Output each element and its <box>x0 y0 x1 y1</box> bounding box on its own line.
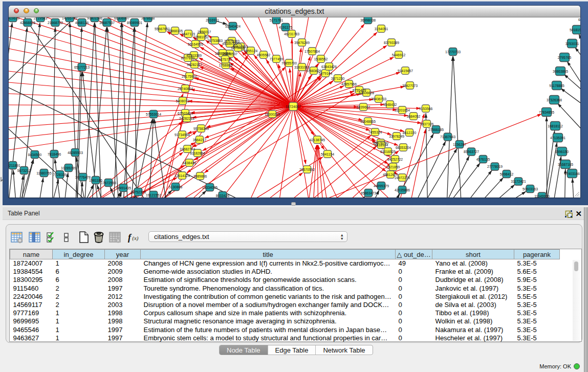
svg-text:90801586: 90801586 <box>87 17 102 20</box>
svg-text:4191175: 4191175 <box>279 26 292 29</box>
svg-text:22981052: 22981052 <box>193 35 209 39</box>
svg-text:70211891: 70211891 <box>9 164 20 167</box>
svg-text:90048665: 90048665 <box>360 120 376 123</box>
svg-text:65177213: 65177213 <box>74 65 90 69</box>
svg-text:27566185: 27566185 <box>428 128 444 132</box>
svg-text:8033426: 8033426 <box>216 194 230 198</box>
svg-text:67503414: 67503414 <box>178 112 193 115</box>
svg-text:3253031: 3253031 <box>565 42 579 46</box>
svg-text:5446912: 5446912 <box>392 53 406 57</box>
svg-text:24282218: 24282218 <box>179 117 194 120</box>
svg-text:37326368: 37326368 <box>547 98 562 102</box>
svg-text:84252722: 84252722 <box>387 158 403 161</box>
svg-text:2556017: 2556017 <box>198 30 211 34</box>
svg-text:39436733: 39436733 <box>371 97 386 101</box>
svg-text:30868105: 30868105 <box>167 29 183 33</box>
svg-text:3684052: 3684052 <box>407 115 421 118</box>
svg-text:4576135: 4576135 <box>476 158 490 161</box>
svg-text:5098412: 5098412 <box>500 172 514 176</box>
svg-text:5171761: 5171761 <box>270 18 284 22</box>
svg-text:18300215: 18300215 <box>265 113 280 116</box>
svg-text:17672593: 17672593 <box>101 181 116 185</box>
svg-text:2795765: 2795765 <box>558 56 572 59</box>
svg-text:7455324: 7455324 <box>368 130 382 134</box>
svg-text:3871230: 3871230 <box>331 77 345 80</box>
svg-text:38427073: 38427073 <box>402 84 418 87</box>
svg-text:8612220: 8612220 <box>403 131 417 135</box>
svg-text:8707870: 8707870 <box>181 56 195 60</box>
svg-text:18883684: 18883684 <box>215 52 230 55</box>
svg-text:5673212: 5673212 <box>17 169 31 172</box>
svg-text:1419610: 1419610 <box>9 17 19 20</box>
svg-text:55540424: 55540424 <box>225 25 241 28</box>
svg-text:31682744: 31682744 <box>180 147 195 151</box>
svg-text:24972279: 24972279 <box>395 176 410 180</box>
svg-text:5408072: 5408072 <box>176 99 190 103</box>
svg-text:6596150: 6596150 <box>555 150 569 154</box>
svg-text:8434500: 8434500 <box>28 153 42 157</box>
svg-text:9937326: 9937326 <box>420 122 434 126</box>
svg-text:89089901: 89089901 <box>127 21 142 25</box>
svg-text:50181935: 50181935 <box>570 28 580 32</box>
svg-text:10289289: 10289289 <box>61 166 76 170</box>
svg-text:66306997: 66306997 <box>114 17 129 20</box>
svg-text:11049999: 11049999 <box>534 194 550 198</box>
svg-text:95758349: 95758349 <box>193 127 209 130</box>
svg-text:56164955: 56164955 <box>188 42 203 46</box>
svg-text:31831063: 31831063 <box>294 65 310 69</box>
svg-text:f: f <box>128 232 132 243</box>
svg-text:83793389: 83793389 <box>384 41 399 45</box>
svg-text:5479144: 5479144 <box>319 72 333 75</box>
svg-text:27778019: 27778019 <box>487 165 503 168</box>
svg-text:(x): (x) <box>132 235 139 242</box>
svg-text:30863865: 30863865 <box>553 70 568 73</box>
svg-text:39476249: 39476249 <box>294 41 310 45</box>
svg-text:91178885: 91178885 <box>549 84 564 87</box>
svg-text:44999379: 44999379 <box>374 184 389 188</box>
svg-text:11980765: 11980765 <box>36 171 52 175</box>
svg-text:47135391: 47135391 <box>550 136 565 140</box>
svg-text:21668732: 21668732 <box>48 21 63 25</box>
svg-text:5041154: 5041154 <box>321 152 334 156</box>
svg-text:48285503: 48285503 <box>68 151 83 155</box>
svg-text:85563727: 85563727 <box>464 150 479 154</box>
svg-text:2016911: 2016911 <box>206 18 219 22</box>
svg-text:20752378: 20752378 <box>130 190 146 194</box>
svg-text:42857966: 42857966 <box>341 82 357 86</box>
svg-text:1156287: 1156287 <box>453 143 466 146</box>
svg-text:9548432: 9548432 <box>383 103 397 106</box>
svg-text:17507864: 17507864 <box>304 50 320 53</box>
svg-text:6438436: 6438436 <box>183 161 197 165</box>
svg-text:4668136: 4668136 <box>75 21 89 25</box>
svg-text:7089806: 7089806 <box>193 174 207 178</box>
svg-text:63551839: 63551839 <box>578 18 580 21</box>
svg-text:7377459: 7377459 <box>270 57 284 61</box>
svg-text:18724007: 18724007 <box>286 105 301 108</box>
svg-text:6279418: 6279418 <box>231 46 245 50</box>
svg-text:19121552: 19121552 <box>146 193 161 197</box>
svg-text:46231783: 46231783 <box>284 32 299 36</box>
svg-text:50603163: 50603163 <box>522 187 538 191</box>
svg-text:77834855: 77834855 <box>539 111 554 114</box>
svg-text:15334035: 15334035 <box>202 186 217 189</box>
svg-text:3678638: 3678638 <box>141 17 155 20</box>
svg-text:22201654: 22201654 <box>395 108 410 112</box>
svg-text:7818496: 7818496 <box>48 152 61 156</box>
svg-text:26753883: 26753883 <box>207 39 223 42</box>
svg-text:67403166: 67403166 <box>564 172 580 176</box>
svg-text:85863473: 85863473 <box>361 191 376 195</box>
svg-text:17270733: 17270733 <box>445 50 461 54</box>
svg-text:36998038: 36998038 <box>360 18 376 22</box>
svg-text:1768805: 1768805 <box>219 63 233 67</box>
svg-text:5130808: 5130808 <box>169 185 183 189</box>
svg-text:28740864: 28740864 <box>178 87 193 91</box>
svg-text:33978249: 33978249 <box>389 135 404 138</box>
svg-text:63606628: 63606628 <box>359 91 374 95</box>
svg-text:29175900: 29175900 <box>182 75 197 78</box>
svg-text:5418934: 5418934 <box>375 143 388 147</box>
svg-text:70855700: 70855700 <box>281 61 297 65</box>
svg-text:42138745: 42138745 <box>310 138 325 142</box>
svg-text:3154051: 3154051 <box>375 27 388 31</box>
svg-text:7728339: 7728339 <box>53 173 67 177</box>
svg-text:71367643: 71367643 <box>440 135 455 139</box>
